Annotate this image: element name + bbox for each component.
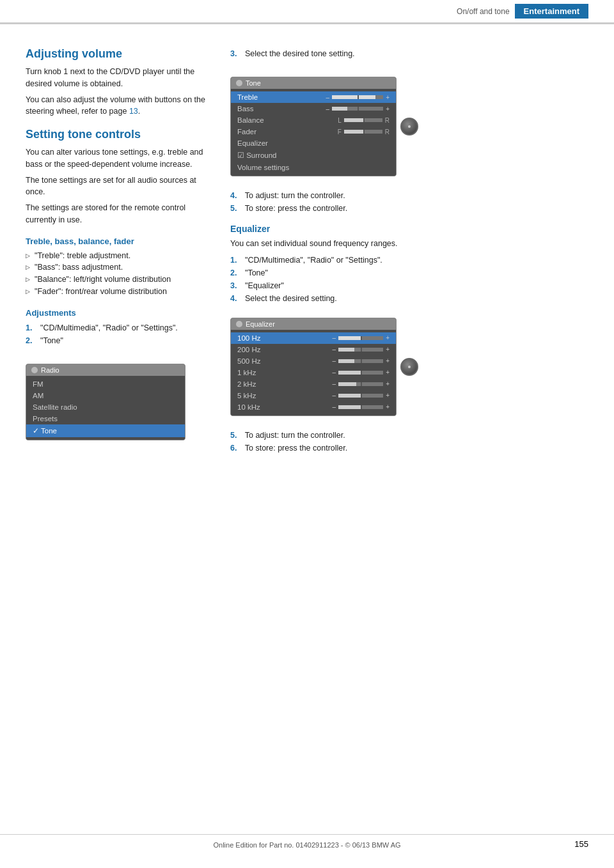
- radio-screen-title: Radio: [41, 366, 59, 374]
- row-label: 2 kHz: [237, 380, 282, 388]
- equalizer-section: Equalizer You can set individual sound f…: [230, 224, 588, 454]
- eq-screen-wrapper: Equalizer 100 Hz – +: [230, 311, 588, 422]
- bar-track: [344, 118, 382, 122]
- tone-screen-titlebar: Tone: [231, 77, 396, 89]
- step4-text: To adjust: turn the controller.: [245, 191, 345, 200]
- setting-tone-title: Setting tone controls: [26, 128, 211, 141]
- treble-bass-section: Treble, bass, balance, fader "Treble": t…: [26, 236, 211, 298]
- steps-4-5-list: 4. To adjust: turn the controller. 5. To…: [230, 189, 588, 215]
- row-label: 500 Hz: [237, 357, 282, 365]
- row-label: Satellite radio: [33, 403, 77, 411]
- tone-row-surround: ☑ Surround: [231, 149, 396, 162]
- radio-row-satellite: Satellite radio: [26, 401, 185, 413]
- treble-bass-list: "Treble": treble adjustment. "Bass": bas…: [26, 250, 211, 298]
- eq-step2: 2. "Tone": [230, 267, 588, 279]
- row-label: AM: [33, 392, 43, 399]
- footer-text: Online Edition for Part no. 01402911223 …: [213, 841, 400, 849]
- page-number: 155: [574, 839, 588, 849]
- row-control: – +: [326, 105, 390, 112]
- eq-steps-5-6: 5. To adjust: turn the controller. 6. To…: [230, 429, 588, 454]
- row-label: Balance: [237, 116, 282, 124]
- bar-track: [338, 371, 383, 375]
- eq-row-10khz: 10 kHz – +: [231, 401, 396, 413]
- treble-bass-title: Treble, bass, balance, fader: [26, 236, 211, 246]
- radio-screen-body: FM AM Satellite radio Presets ✓ Tone: [26, 376, 185, 440]
- step3-text: Select the desired tone setting.: [245, 49, 355, 58]
- eq-screen: Equalizer 100 Hz – +: [230, 318, 397, 416]
- tone-row-bass: Bass – +: [231, 103, 396, 114]
- radio-row-presets: Presets: [26, 413, 185, 424]
- tone-screen-body: Treble – + Bass: [231, 89, 396, 176]
- equalizer-steps: 1. "CD/Multimedia", "Radio" or "Settings…: [230, 254, 588, 305]
- bar-track: [338, 348, 383, 352]
- step5-item: 5. To store: press the controller.: [230, 202, 588, 215]
- list-item: "Fader": front/rear volume distribution: [26, 286, 211, 298]
- radio-screen-wrapper: Radio FM AM Satellite radio Presets: [26, 357, 211, 447]
- eq-step5-text: To adjust: turn the controller.: [245, 431, 345, 440]
- radio-screen: Radio FM AM Satellite radio Presets: [26, 364, 185, 440]
- adjustments-title: Adjustments: [26, 308, 211, 318]
- row-control: – +: [333, 346, 390, 353]
- setting-tone-section: Setting tone controls You can alter vari…: [26, 128, 211, 226]
- tone-row-equalizer: Equalizer: [231, 137, 396, 149]
- eq-row-100hz: 100 Hz – +: [231, 332, 396, 344]
- list-item: "Bass": bass adjustment.: [26, 261, 211, 274]
- left-column: Adjusting volume Turn knob 1 next to the…: [26, 47, 211, 465]
- eq-controller-knob: [400, 358, 418, 376]
- tone-icon-dot: [236, 80, 242, 86]
- step3-item: 3. Select the desired tone setting.: [230, 47, 588, 60]
- row-label: FM: [33, 380, 43, 388]
- bar-track: [338, 359, 383, 363]
- row-label: ☑ Surround: [237, 151, 277, 160]
- radio-icon-dot: [31, 367, 38, 373]
- header-bar: On/off and tone Entertainment: [0, 0, 614, 24]
- tone-screen: Tone Treble – +: [230, 77, 397, 176]
- eq-row-500hz: 500 Hz – +: [231, 355, 396, 367]
- eq-step6-text: To store: press the controller.: [245, 444, 348, 453]
- eq-step4: 4. Select the desired setting.: [230, 292, 588, 305]
- page-link-13[interactable]: 13: [129, 107, 138, 116]
- radio-screen-titlebar: Radio: [26, 364, 185, 376]
- setting-tone-para2: The tone settings are set for all audio …: [26, 174, 211, 199]
- eq-step1: 1. "CD/Multimedia", "Radio" or "Settings…: [230, 254, 588, 267]
- tone-row-volume-settings: Volume settings: [231, 162, 396, 173]
- main-content: Adjusting volume Turn knob 1 next to the…: [0, 35, 614, 490]
- adjustments-list: 1. "CD/Multimedia", "Radio" or "Settings…: [26, 322, 211, 347]
- eq-screen-side-controls: [400, 358, 418, 376]
- tone-screen-side-controls: [400, 118, 418, 136]
- step3-list: 3. Select the desired tone setting.: [230, 47, 588, 60]
- onoff-label: On/off and tone: [457, 7, 510, 16]
- entertainment-label: Entertainment: [515, 4, 588, 19]
- eq-icon-dot: [236, 321, 242, 327]
- row-control: – +: [326, 94, 390, 101]
- row-control: F R: [338, 128, 390, 136]
- row-control: – +: [333, 403, 390, 410]
- adjusting-volume-para1: Turn knob 1 next to the CD/DVD player un…: [26, 66, 211, 90]
- bar-track: [338, 394, 383, 398]
- footer: Online Edition for Part no. 01402911223 …: [0, 834, 614, 849]
- list-item: 2. "Tone": [26, 334, 211, 347]
- bar-track: [332, 107, 383, 111]
- tone-screen-wrapper: Tone Treble – +: [230, 70, 588, 183]
- row-control: – +: [333, 392, 390, 399]
- step5-text: To store: press the controller.: [245, 204, 348, 213]
- row-control: – +: [333, 357, 390, 364]
- row-label: ✓ Tone: [33, 426, 57, 435]
- equalizer-intro: You can set individual sound frequency r…: [230, 238, 588, 250]
- step4-item: 4. To adjust: turn the controller.: [230, 189, 588, 202]
- tone-screen-title: Tone: [246, 79, 261, 87]
- eq-screen-body: 100 Hz – + 200 Hz: [231, 330, 396, 415]
- radio-row-am: AM: [26, 390, 185, 401]
- list-item: "Balance": left/right volume distributio…: [26, 274, 211, 286]
- row-label: Equalizer: [237, 139, 268, 147]
- tone-row-balance: Balance L R: [231, 114, 396, 126]
- setting-tone-para1: You can alter various tone settings, e.g…: [26, 146, 211, 171]
- eq-step3: 3. "Equalizer": [230, 279, 588, 292]
- eq-step5-item: 5. To adjust: turn the controller.: [230, 429, 588, 442]
- equalizer-title: Equalizer: [230, 224, 588, 234]
- row-control: – +: [333, 380, 390, 387]
- list-item: 1. "CD/Multimedia", "Radio" or "Settings…: [26, 322, 211, 334]
- row-control: – +: [333, 369, 390, 376]
- bar-track: [332, 95, 383, 99]
- row-control: L R: [338, 117, 390, 124]
